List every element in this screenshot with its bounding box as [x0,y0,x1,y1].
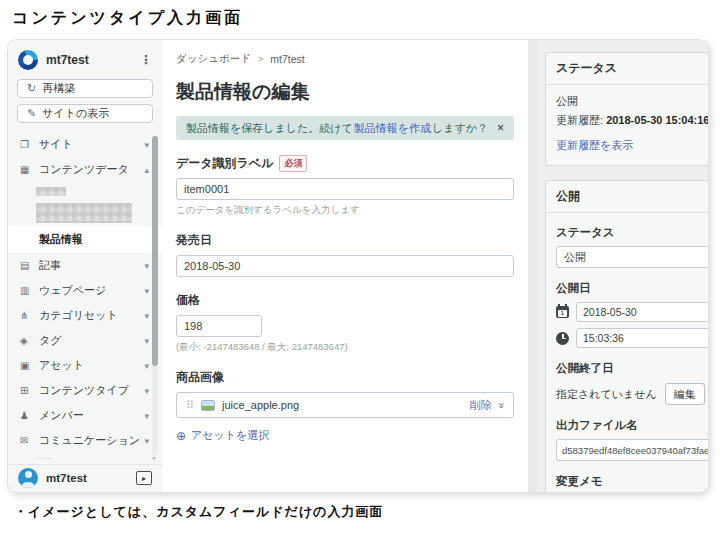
chevron-down-icon[interactable]: ▾ [144,411,149,421]
webpage-icon: ▥ [20,285,36,296]
sidebar-item-tags[interactable]: ◈ タグ ▾ [8,328,162,353]
chevron-down-icon[interactable]: ▾ [144,436,149,446]
redacted-label [36,187,66,196]
widget-title: 公開 [546,181,708,213]
sidebar-header: mt7test ⋮ [8,40,162,76]
movable-type-logo-icon [18,50,38,70]
chevron-down-icon[interactable]: ▾ [144,386,149,396]
field-release-date: 発売日 [176,232,514,277]
edit-pencil-icon: ✎ [27,107,36,120]
data-label-input[interactable] [176,178,514,200]
user-avatar [18,468,38,488]
drag-handle-icon[interactable]: ⠿ [186,399,194,412]
change-memo-label: 変更メモ [556,474,708,489]
end-date-label: 公開終了日 [556,361,708,376]
field-price: 価格 (最小: -2147483648 / 最大: 2147483647) [176,292,514,354]
status-select-label: ステータス [556,225,708,240]
success-alert: 製品情報を保存しました。続けて 製品情報を作成 しますか？ × [176,116,514,140]
release-date-input[interactable] [176,255,514,277]
double-chevron-icon[interactable]: » [495,402,507,407]
breadcrumb: ダッシュボード > mt7test [176,52,514,66]
publish-date-label: 公開日 [556,281,708,296]
publish-time-input[interactable] [576,328,708,348]
create-next-link[interactable]: 製品情報を作成 [354,121,431,136]
page-heading: 製品情報の編集 [176,79,514,105]
history-label: 更新履歴: [556,114,603,126]
sidebar: mt7test ⋮ ↻ 再構築 ✎ サイトの表示 ❐ サイト ▾ ▦ コンテンツ… [8,40,162,492]
sidebar-item-redacted [8,182,162,200]
chevron-down-icon[interactable]: ▾ [144,140,149,150]
category-set-icon: ⋔ [20,310,36,321]
user-name: mt7test [46,472,128,484]
output-filename-input[interactable] [556,439,708,461]
history-timestamp: 2018-05-30 15:04:16 [606,114,708,126]
content-divider [528,40,537,492]
sidebar-item-members[interactable]: ♟ メンバー ▾ [8,403,162,428]
communication-icon: ✉ [20,435,36,446]
redacted-label [36,203,132,223]
member-icon: ♟ [20,410,36,421]
close-icon[interactable]: × [497,121,504,135]
sidebar-item-product-info[interactable]: 製品情報 [8,226,162,253]
output-filename-label: 出力ファイル名 [556,418,708,433]
chevron-up-icon[interactable]: ▴ [144,165,149,175]
scrollbar-thumb[interactable] [152,136,158,366]
chevron-down-icon[interactable]: ▾ [144,311,149,321]
play-icon: ▸ [142,474,146,483]
sidebar-item-communication[interactable]: ✉ コミュニケーション ▾ [8,428,162,453]
status-select[interactable]: 公開 ▴▾ [556,246,708,268]
breadcrumb-separator: > [258,54,263,64]
chevron-down-icon[interactable]: ▾ [144,261,149,271]
publish-date-input[interactable] [576,302,708,322]
tag-icon: ◈ [20,335,36,346]
sidebar-item-category-sets[interactable]: ⋔ カテゴリセット ▾ [8,303,162,328]
sidebar-more-row: ⋯⋯ ▾ [8,453,162,464]
select-asset-link[interactable]: ⊕ アセットを選択 [176,428,269,443]
collapse-sidebar-button[interactable]: ▸ [136,471,152,485]
field-help: (最小: -2147483648 / 最大: 2147483647) [176,341,514,354]
alert-text-after: しますか？ [432,121,488,136]
chevron-down-icon[interactable]: ▾ [144,361,149,371]
sidebar-user-row[interactable]: mt7test ▸ [8,464,162,492]
main-content: ダッシュボード > mt7test 製品情報の編集 製品情報を保存しました。続け… [162,40,528,492]
content-data-icon: ▦ [20,164,36,175]
rebuild-icon: ↻ [27,82,36,95]
chevron-down-icon[interactable]: ▾ [144,336,149,346]
sidebar-item-content-data[interactable]: ▦ コンテンツデータ ▴ [8,157,162,182]
sites-icon: ❐ [20,139,36,150]
field-help: このデータを識別するラベルを入力します [176,204,514,217]
edit-end-date-button[interactable]: 編集 [665,383,705,405]
delete-asset-link[interactable]: 削除 [470,398,492,413]
asset-icon: ▣ [20,360,36,371]
show-history-link[interactable]: 更新履歴を表示 [556,138,633,153]
asset-row: ⠿ juice_apple.png 削除 » [176,392,514,418]
sidebar-menu: ❐ サイト ▾ ▦ コンテンツデータ ▴ 製品情報 ▤ 記事 ▾ [8,132,162,453]
price-input[interactable] [176,315,262,337]
widget-title: ステータス [546,53,708,85]
sidebar-item-redacted [8,200,162,226]
breadcrumb-dashboard[interactable]: ダッシュボード [176,52,251,66]
app-window: mt7test ⋮ ↻ 再構築 ✎ サイトの表示 ❐ サイト ▾ ▦ コンテンツ… [8,40,708,492]
sidebar-item-webpages[interactable]: ▥ ウェブページ ▾ [8,278,162,303]
rebuild-button[interactable]: ↻ 再構築 [17,79,153,98]
page-caption: ・イメージとしては、カスタムフィールドだけの入力画面 [14,503,383,521]
view-site-button[interactable]: ✎ サイトの表示 [17,104,153,123]
publish-widget: 公開 ステータス 公開 ▴▾ 公開日 公開終了日 [545,180,708,492]
sidebar-scrollbar[interactable] [152,136,158,456]
plus-circle-icon: ⊕ [176,429,186,443]
status-widget: ステータス 公開 更新履歴: 2018-05-30 15:04:16 更新履歴を… [545,52,708,166]
field-data-label: データ識別ラベル 必須 このデータを識別するラベルを入力します [176,155,514,217]
sidebar-item-sites[interactable]: ❐ サイト ▾ [8,132,162,157]
rebuild-label: 再構築 [42,81,75,96]
sidebar-item-content-types[interactable]: ⊞ コンテンツタイプ ▾ [8,378,162,403]
right-panel: ステータス 公開 更新履歴: 2018-05-30 15:04:16 更新履歴を… [537,40,708,492]
clock-icon [556,332,569,345]
chevron-down-icon[interactable]: ▾ [144,286,149,296]
sidebar-item-assets[interactable]: ▣ アセット ▾ [8,353,162,378]
kebab-menu-icon[interactable]: ⋮ [140,53,152,67]
page-title: コンテンツタイプ入力画面 [12,8,243,29]
image-thumbnail-icon [201,400,215,411]
breadcrumb-site: mt7test [270,53,304,65]
sidebar-item-entries[interactable]: ▤ 記事 ▾ [8,253,162,278]
end-date-value: 指定されていません [556,387,657,402]
